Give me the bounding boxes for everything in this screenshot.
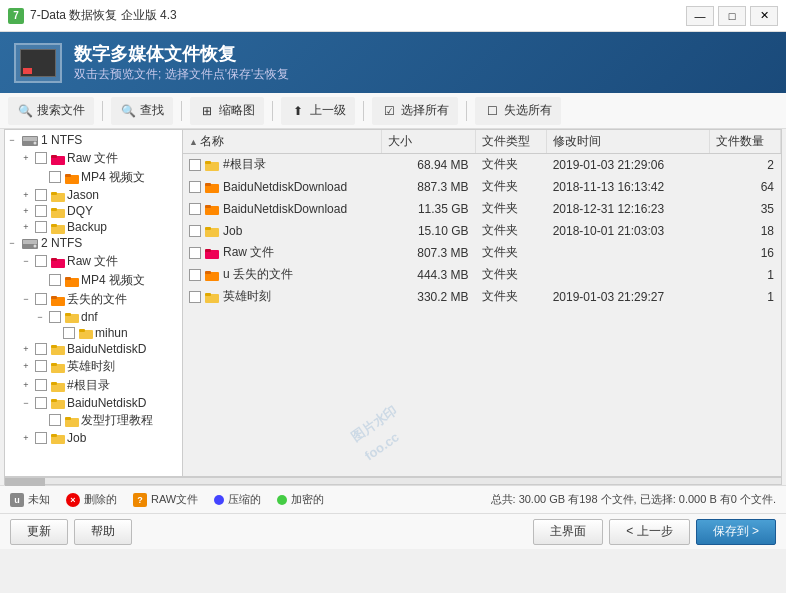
file-checkbox-6[interactable] [189,291,201,303]
tree-item-root[interactable]: +#根目录 [5,376,182,395]
table-row[interactable]: BaiduNetdiskDownload11.35 GB文件夹2018-12-3… [183,198,781,220]
tree-toggle-root[interactable]: + [19,378,33,392]
tree-checkbox-mp4[interactable] [49,171,61,183]
tree-label-raw1: Raw 文件 [67,150,118,167]
tree-toggle-jason[interactable]: + [19,188,33,202]
tree-item-disk2[interactable]: −2 NTFS [5,235,182,252]
file-checkbox-5[interactable] [189,269,201,281]
tree-checkbox-mp4-2[interactable] [49,274,61,286]
tree-checkbox-baidud1[interactable] [35,343,47,355]
tree-toggle-disk1[interactable]: − [5,133,19,147]
search-file-button[interactable]: 🔍 搜索文件 [8,97,94,125]
col-count-header[interactable]: 文件数量 [709,130,780,154]
tree-item-yingxiong[interactable]: +英雄时刻 [5,357,182,376]
help-button[interactable]: 帮助 [74,519,132,545]
tree-toggle-raw1[interactable]: + [19,151,33,165]
tree-checkbox-root[interactable] [35,379,47,391]
tree-toggle-baidud2[interactable]: − [19,396,33,410]
close-button[interactable]: ✕ [750,6,778,26]
tree-item-baidud2[interactable]: −BaiduNetdiskD [5,395,182,411]
tree-checkbox-backup[interactable] [35,221,47,233]
tree-checkbox-raw2[interactable] [35,255,47,267]
col-type-header[interactable]: 文件类型 [475,130,546,154]
tree-item-disk1[interactable]: −1 NTFS [5,132,182,149]
tree-toggle-backup[interactable]: + [19,220,33,234]
col-name-header[interactable]: ▲ 名称 [183,130,382,154]
tree-item-job[interactable]: +Job [5,430,182,446]
thumbnail-icon: ⊞ [199,103,215,119]
file-panel[interactable]: ▲ 名称 大小 文件类型 修改时间 文件数量 [183,130,781,476]
table-row[interactable]: 英雄时刻330.2 MB文件夹2019-01-03 21:29:271 [183,286,781,308]
tree-item-baidud1[interactable]: +BaiduNetdiskD [5,341,182,357]
col-date-header[interactable]: 修改时间 [546,130,709,154]
tree-toggle-raw2[interactable]: − [19,254,33,268]
select-all-button[interactable]: ☑ 选择所有 [372,97,458,125]
minimize-button[interactable]: — [686,6,714,26]
header-subtitle: 双击去预览文件; 选择文件点'保存'去恢复 [74,66,289,83]
deselect-all-button[interactable]: ☐ 失选所有 [475,97,561,125]
file-icon-2 [205,202,223,216]
tree-checkbox-dqy[interactable] [35,205,47,217]
tree-toggle-disk2[interactable]: − [5,236,19,250]
table-row[interactable]: Raw 文件807.3 MB文件夹16 [183,242,781,264]
file-checkbox-4[interactable] [189,247,201,259]
tree-item-dqy[interactable]: +DQY [5,203,182,219]
table-row[interactable]: BaiduNetdiskDownload887.3 MB文件夹2018-11-1… [183,176,781,198]
tree-checkbox-baidud2[interactable] [35,397,47,409]
maximize-button[interactable]: □ [718,6,746,26]
folder-icon-root [49,378,67,392]
tree-checkbox-lost[interactable] [35,293,47,305]
tree-item-mp4-2[interactable]: MP4 视频文 [5,271,182,290]
tree-item-raw1[interactable]: +Raw 文件 [5,149,182,168]
tree-checkbox-job[interactable] [35,432,47,444]
tree-item-dnf[interactable]: −dnf [5,309,182,325]
table-row[interactable]: #根目录68.94 MB文件夹2019-01-03 21:29:062 [183,154,781,176]
file-size-2: 11.35 GB [382,198,475,220]
separator-4 [363,101,364,121]
back-button[interactable]: < 上一步 [609,519,689,545]
tree-checkbox-dnf[interactable] [49,311,61,323]
main-button[interactable]: 主界面 [533,519,603,545]
tree-item-mp4[interactable]: MP4 视频文 [5,168,182,187]
file-checkbox-0[interactable] [189,159,201,171]
tree-label-lost: 丢失的文件 [67,291,127,308]
save-button[interactable]: 保存到 > [696,519,776,545]
tree-checkbox-fasong[interactable] [49,414,61,426]
tree-item-raw2[interactable]: −Raw 文件 [5,252,182,271]
table-row[interactable]: u 丢失的文件444.3 MB文件夹1 [183,264,781,286]
tree-label-mp4-2: MP4 视频文 [81,272,145,289]
tree-toggle-lost[interactable]: − [19,292,33,306]
tree-item-mihun[interactable]: mihun [5,325,182,341]
tree-checkbox-yingxiong[interactable] [35,360,47,372]
thumbnail-button[interactable]: ⊞ 缩略图 [190,97,264,125]
tree-item-jason[interactable]: +Jason [5,187,182,203]
file-icon-4 [205,245,223,259]
tree-checkbox-mihun[interactable] [63,327,75,339]
col-size-header[interactable]: 大小 [382,130,475,154]
tree-checkbox-jason[interactable] [35,189,47,201]
file-checkbox-3[interactable] [189,225,201,237]
update-button[interactable]: 更新 [10,519,68,545]
tree-toggle-yingxiong[interactable]: + [19,359,33,373]
tree-item-fasong[interactable]: 发型打理教程 [5,411,182,430]
table-row[interactable]: Job15.10 GB文件夹2018-10-01 21:03:0318 [183,220,781,242]
separator-3 [272,101,273,121]
status-summary: 总共: 30.00 GB 有198 个文件, 已选择: 0.000 B 有0 个… [491,492,776,507]
file-checkbox-2[interactable] [189,203,201,215]
tree-toggle-dnf[interactable]: − [33,310,47,324]
status-bar: u 未知 × 删除的 ? RAW文件 压缩的 加密的 总共: 30.00 GB … [0,485,786,513]
svg-rect-49 [205,271,211,274]
tree-toggle-job[interactable]: + [19,431,33,445]
tree-toggle-dqy[interactable]: + [19,204,33,218]
scroll-thumb[interactable] [5,478,45,486]
up-button[interactable]: ⬆ 上一级 [281,97,355,125]
tree-item-backup[interactable]: +Backup [5,219,182,235]
file-size-1: 887.3 MB [382,176,475,198]
find-button[interactable]: 🔍 查找 [111,97,173,125]
tree-item-lost[interactable]: −丢失的文件 [5,290,182,309]
svg-rect-27 [51,345,57,348]
tree-panel[interactable]: −1 NTFS+Raw 文件MP4 视频文+Jason+DQY+Backup−2… [5,130,183,476]
tree-checkbox-raw1[interactable] [35,152,47,164]
tree-toggle-baidud1[interactable]: + [19,342,33,356]
file-checkbox-1[interactable] [189,181,201,193]
